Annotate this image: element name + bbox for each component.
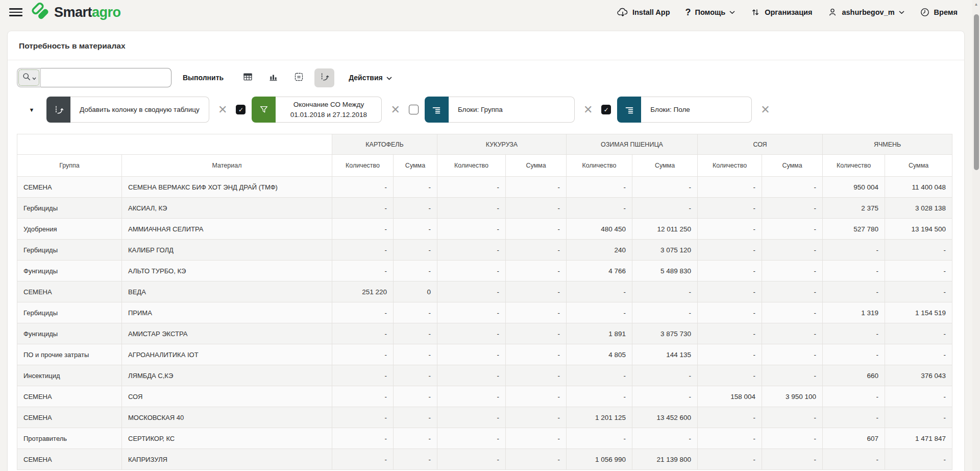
- value-cell: -: [506, 449, 567, 470]
- time-button[interactable]: Время: [920, 7, 958, 17]
- value-cell: -: [762, 449, 823, 470]
- value-cell: -: [332, 198, 394, 219]
- value-cell: -: [332, 302, 394, 323]
- group-cell: СЕМЕНА: [17, 177, 122, 198]
- pivot-column-setting[interactable]: Добавить колонку в сводную таблицу: [70, 97, 209, 123]
- logo-mark-icon: [32, 2, 50, 22]
- grid-icon: [242, 72, 253, 84]
- sum-column-header: Сумма: [762, 155, 823, 177]
- material-cell: ВЕДА: [122, 281, 332, 302]
- crop-group-header: ОЗИМАЯ ПШЕНИЦА: [567, 134, 698, 155]
- view-switcher: [238, 68, 334, 87]
- scrollbar-thumb[interactable]: [974, 14, 979, 170]
- value-cell: -: [437, 344, 506, 365]
- value-cell: 3 028 138: [885, 198, 952, 219]
- value-cell: -: [698, 365, 762, 386]
- group-cell: Гербициды: [17, 302, 122, 323]
- value-cell: -: [394, 407, 437, 428]
- value-cell: -: [762, 281, 823, 302]
- value-cell: -: [506, 219, 567, 240]
- value-cell: -: [332, 219, 394, 240]
- pivot-view-button[interactable]: [314, 68, 334, 87]
- value-cell: -: [506, 323, 567, 344]
- value-cell: -: [632, 365, 698, 386]
- organization-label: Организация: [765, 8, 812, 16]
- value-cell: -: [762, 302, 823, 323]
- value-cell: 3 075 120: [632, 240, 698, 261]
- value-cell: -: [437, 302, 506, 323]
- value-cell: -: [332, 407, 394, 428]
- value-cell: -: [567, 177, 632, 198]
- corner-cell: [17, 134, 332, 155]
- value-cell: 4 805: [567, 344, 632, 365]
- value-cell: -: [632, 281, 698, 302]
- value-cell: -: [332, 386, 394, 407]
- group-cell: Инсектицид: [17, 365, 122, 386]
- search-input[interactable]: [41, 68, 172, 87]
- single-row-view-button[interactable]: [289, 68, 309, 87]
- chart-view-button[interactable]: [263, 68, 283, 87]
- go-button[interactable]: Выполнить: [183, 74, 224, 82]
- date-filter-checkbox[interactable]: [236, 105, 246, 114]
- scroll-up-arrow[interactable]: ▲: [972, 0, 980, 9]
- value-cell: -: [394, 449, 437, 470]
- value-cell: -: [332, 177, 394, 198]
- value-cell: -: [437, 323, 506, 344]
- material-cell: АКСИАЛ, КЭ: [122, 198, 332, 219]
- value-cell: -: [437, 449, 506, 470]
- value-cell: -: [698, 240, 762, 261]
- table-row: ГербицидыАКСИАЛ, КЭ--------2 3753 028 13…: [17, 198, 952, 219]
- menu-icon[interactable]: [9, 7, 22, 17]
- value-cell: -: [762, 219, 823, 240]
- material-cell: АЛЬТО ТУРБО, КЭ: [122, 261, 332, 281]
- value-cell: -: [885, 323, 952, 344]
- organization-button[interactable]: Организация: [750, 7, 812, 17]
- value-cell: -: [394, 198, 437, 219]
- value-cell: -: [885, 407, 952, 428]
- install-app-button[interactable]: Install App: [617, 8, 670, 17]
- actions-menu-button[interactable]: Действия: [349, 74, 392, 82]
- value-cell: 251 220: [332, 281, 394, 302]
- group-cell: Гербициды: [17, 198, 122, 219]
- quantity-column-header: Количество: [698, 155, 762, 177]
- help-menu[interactable]: ? Помощь: [685, 7, 736, 18]
- report-view-button[interactable]: [238, 68, 258, 87]
- value-cell: -: [332, 449, 394, 470]
- group-cell: Удобрения: [17, 219, 122, 240]
- report-toolbar: Выполнить: [8, 60, 964, 91]
- remove-pivot-column-icon[interactable]: ✕: [218, 103, 227, 116]
- value-cell: 2 375: [823, 198, 885, 219]
- value-cell: 1 056 990: [567, 449, 632, 470]
- value-cell: 5 489 830: [632, 261, 698, 281]
- value-cell: -: [823, 323, 885, 344]
- value-cell: -: [762, 365, 823, 386]
- value-cell: 144 135: [632, 344, 698, 365]
- date-filter-setting[interactable]: Окончание СО Между 01.01.2018 и 27.12.20…: [276, 97, 382, 123]
- value-cell: -: [823, 407, 885, 428]
- remove-field-highlight-icon[interactable]: ✕: [761, 103, 770, 116]
- group-highlight-checkbox[interactable]: [409, 105, 419, 114]
- remove-date-filter-icon[interactable]: ✕: [390, 103, 400, 116]
- user-menu[interactable]: ashurbegov_m: [827, 7, 904, 17]
- field-highlight-setting[interactable]: Блоки: Поле: [641, 97, 752, 123]
- value-cell: -: [762, 344, 823, 365]
- value-cell: 13 194 500: [885, 219, 952, 240]
- value-cell: 240: [567, 240, 632, 261]
- pivot-column-chip: Добавить колонку в сводную таблицу: [46, 97, 209, 123]
- field-highlight-checkbox[interactable]: [601, 105, 611, 114]
- help-label: Помощь: [695, 8, 726, 16]
- group-highlight-chip: Блоки: Группа: [425, 97, 575, 123]
- app-logo[interactable]: Smartagro: [32, 2, 121, 22]
- search-column-button[interactable]: [17, 68, 41, 87]
- value-cell: -: [506, 261, 567, 281]
- install-app-label: Install App: [632, 8, 670, 16]
- value-cell: -: [698, 323, 762, 344]
- value-cell: 1 201 125: [567, 407, 632, 428]
- value-cell: -: [332, 344, 394, 365]
- table-row: ФунгицидыАМИСТАР ЭКСТРА----1 8913 875 73…: [17, 323, 952, 344]
- value-cell: -: [437, 386, 506, 407]
- collapse-settings-button[interactable]: ▼: [17, 107, 46, 113]
- remove-group-highlight-icon[interactable]: ✕: [583, 103, 593, 116]
- value-cell: -: [632, 177, 698, 198]
- group-highlight-setting[interactable]: Блоки: Группа: [449, 97, 575, 123]
